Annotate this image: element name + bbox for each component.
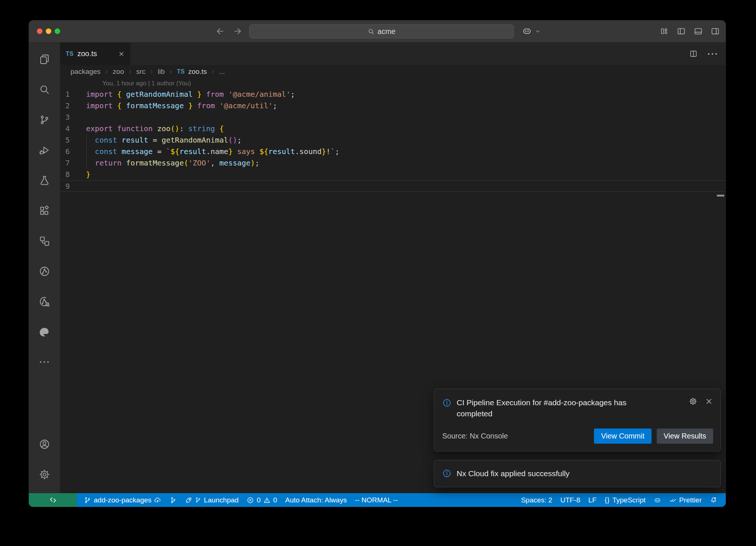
git-branch-item[interactable]: add-zoo-packages <box>80 493 165 507</box>
sidebar-item-more[interactable] <box>29 347 60 377</box>
sidebar-item-extensions[interactable] <box>29 195 60 226</box>
notification-settings-gear-icon[interactable] <box>689 397 697 406</box>
sidebar-item-explorer[interactable] <box>29 44 60 74</box>
forward-icon[interactable] <box>233 27 242 36</box>
tab-zoo-ts[interactable]: TS zoo.ts <box>60 42 130 65</box>
code-line[interactable]: 3 <box>60 112 726 123</box>
copilot-menu[interactable] <box>522 20 541 42</box>
auto-attach-label: Auto Attach: Always <box>285 496 347 504</box>
vscode-window: acme <box>29 20 726 507</box>
command-center-search[interactable]: acme <box>249 24 514 38</box>
sidebar-item-references[interactable] <box>29 226 60 256</box>
source-control-icon <box>39 114 50 126</box>
rocket-icon <box>185 496 192 504</box>
problems-item[interactable]: 0 0 <box>243 493 281 507</box>
gitlens-blame: You, 1 hour ago | 1 author (You) <box>102 78 726 89</box>
search-query: acme <box>378 27 396 36</box>
sidebar-item-run-debug[interactable] <box>29 135 60 165</box>
editor-actions <box>689 42 726 65</box>
accounts-button[interactable] <box>29 429 60 459</box>
code-line[interactable]: 5 const result = getRandomAnimal(); <box>60 134 726 146</box>
code-line[interactable]: 4export function zoo(): string { <box>60 123 726 134</box>
circle-branch-icon <box>39 266 50 277</box>
indentation-item[interactable]: Spaces: 2 <box>517 493 556 507</box>
eol-label: LF <box>588 496 597 504</box>
view-commit-button[interactable]: View Commit <box>594 429 651 444</box>
sidebar-item-pull-requests[interactable] <box>29 256 60 286</box>
files-icon <box>39 54 50 65</box>
braces-icon: {} <box>605 496 610 504</box>
close-window-button[interactable] <box>37 28 42 34</box>
split-editor-icon[interactable] <box>689 50 698 58</box>
breadcrumb-more[interactable]: ... <box>219 68 225 76</box>
linked-squares-icon <box>39 235 50 247</box>
ellipsis-icon <box>40 361 49 363</box>
code-text: import { getRandomAnimal } from '@acme/a… <box>86 89 726 100</box>
run-debug-icon <box>39 144 50 156</box>
vim-mode-item[interactable]: -- NORMAL -- <box>351 493 402 507</box>
auto-attach-item[interactable]: Auto Attach: Always <box>281 493 351 507</box>
code-line[interactable]: 7 return formatMessage('ZOO', message); <box>60 157 726 169</box>
code-text: export function zoo(): string { <box>86 123 726 134</box>
settings-button[interactable] <box>29 459 60 489</box>
code-line[interactable]: 6 const message = `${result.name} says $… <box>60 146 726 157</box>
typescript-file-icon: TS <box>66 51 73 57</box>
breadcrumb-item[interactable]: zoo <box>113 68 124 76</box>
history-nav <box>216 20 242 42</box>
minimize-window-button[interactable] <box>46 28 51 34</box>
copilot-status-item[interactable] <box>650 493 665 507</box>
code-lines: 1import { getRandomAnimal } from '@acme/… <box>60 89 726 192</box>
code-line[interactable]: 9 <box>60 180 726 192</box>
line-number: 9 <box>60 181 86 191</box>
line-number: 5 <box>60 134 86 146</box>
breadcrumb-item[interactable]: packages <box>71 68 100 76</box>
line-number: 7 <box>60 157 86 169</box>
notification-source: Source: Nx Console <box>442 432 508 440</box>
warning-count: 0 <box>273 496 277 504</box>
sidebar-item-git-inspect[interactable] <box>29 286 60 317</box>
language-item[interactable]: {} TypeScript <box>601 493 650 507</box>
sidebar-item-edge-browser[interactable] <box>29 317 60 347</box>
launchpad-item[interactable]: Launchpad <box>181 493 243 507</box>
activity-bar <box>29 42 60 493</box>
code-line[interactable]: 8} <box>60 169 726 180</box>
code-text: const result = getRandomAnimal(); <box>86 134 726 146</box>
copilot-icon <box>654 496 661 504</box>
encoding-item[interactable]: UTF-8 <box>556 493 584 507</box>
commit-graph-item[interactable] <box>165 493 181 507</box>
formatter-item[interactable]: Prettier <box>665 493 706 507</box>
eol-item[interactable]: LF <box>584 493 601 507</box>
commit-graph-icon <box>169 496 177 504</box>
toggle-secondary-sidebar-icon[interactable] <box>711 27 720 36</box>
breadcrumb-file[interactable]: zoo.ts <box>188 68 207 76</box>
toggle-panel-icon[interactable] <box>694 27 703 36</box>
sidebar-item-testing[interactable] <box>29 165 60 195</box>
tab-bar: TS zoo.ts <box>60 42 726 65</box>
code-line[interactable]: 1import { getRandomAnimal } from '@acme/… <box>60 89 726 100</box>
view-results-button[interactable]: View Results <box>657 429 713 444</box>
breadcrumb: packages zoo src lib TS zoo.ts ... <box>60 65 726 78</box>
extensions-icon <box>39 205 50 216</box>
breadcrumb-item[interactable]: lib <box>158 68 165 76</box>
publish-cloud-icon <box>154 496 161 504</box>
sidebar-item-search[interactable] <box>29 74 60 105</box>
remote-icon <box>49 496 57 504</box>
vim-mode-label: -- NORMAL -- <box>355 496 398 504</box>
close-notification-icon[interactable] <box>705 397 713 406</box>
chevron-down-icon <box>535 28 541 34</box>
titlebar: acme <box>29 20 726 42</box>
more-actions-icon[interactable] <box>708 53 717 55</box>
code-line[interactable]: 2import { formatMessage } from '@acme/ut… <box>60 100 726 112</box>
back-icon[interactable] <box>216 27 225 36</box>
breadcrumb-item[interactable]: src <box>136 68 145 76</box>
remote-indicator[interactable] <box>29 493 77 507</box>
notifications-bell-item[interactable] <box>706 493 721 507</box>
close-tab-icon[interactable] <box>118 51 125 57</box>
customize-layout-icon[interactable] <box>660 27 669 36</box>
circle-branch-search-icon <box>39 296 50 307</box>
mini-branch-icon <box>195 497 201 503</box>
error-count: 0 <box>257 496 261 504</box>
sidebar-item-source-control[interactable] <box>29 105 60 135</box>
toggle-sidebar-icon[interactable] <box>677 27 686 36</box>
zoom-window-button[interactable] <box>55 28 60 34</box>
